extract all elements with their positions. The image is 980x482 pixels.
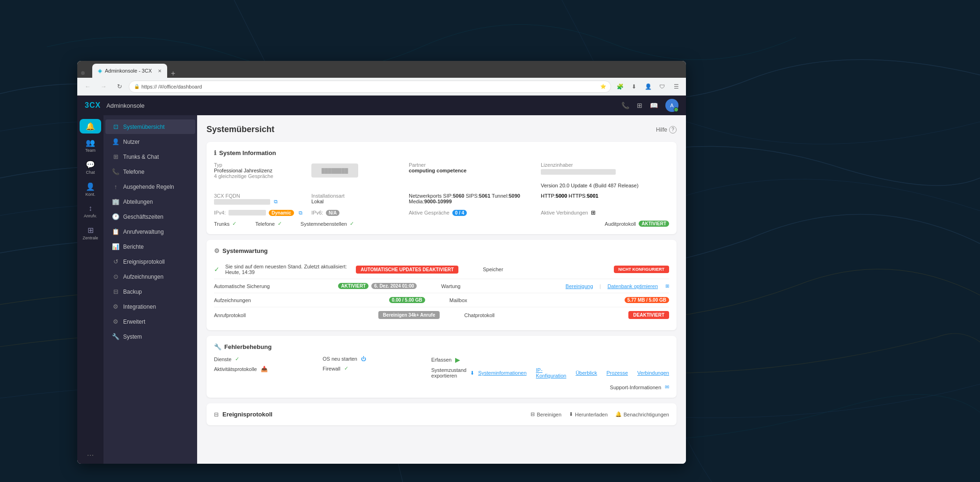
aktivitaet-icon[interactable]: 📥 [261,366,268,372]
nav-item-nutzer[interactable]: 👤 Nutzer [105,134,195,149]
fehlerbehebung-title: Fehlerbehebung [224,343,272,350]
system-info-header: ℹ System Information [214,149,669,156]
auto-backup-date: 6. Dez. 2024 01:00 [371,283,417,289]
media-value: 9000-10999 [424,199,452,204]
nav-item-telefone[interactable]: 📞 Telefone [105,164,195,179]
active-conn-cell: Aktive Verbindungen ⊞ [541,209,669,216]
help-link[interactable]: Hilfe ? [656,126,677,133]
partner-value: computing competence [409,168,537,173]
nav-item-systemuebersicht[interactable]: ⊡ Systemübersicht [105,119,195,134]
sidebar-item-notifications[interactable]: 🔔 [80,119,101,133]
fqdn-copy-icon[interactable]: ⧉ [274,199,278,205]
nav-icon-ausgehende: ↑ [112,183,119,190]
nav-label-nutzer: Nutzer [123,139,140,145]
bereinigen-label: Bereinigen [537,412,561,417]
ipv4-copy-icon[interactable]: ⧉ [299,210,302,216]
nav-item-system[interactable]: 🔧 System [105,329,195,344]
sidebar-more-button[interactable]: ··· [87,450,94,460]
calllog-button[interactable]: Bereinigen 34k+ Anrufe [378,311,440,319]
nav-item-aufzeichnungen[interactable]: ⊙ Aufzeichnungen [105,269,195,284]
nav-icon-telefone: 📞 [112,168,119,175]
logo-cell: ████████ [311,162,405,179]
recordings-label: Aufzeichnungen [214,297,383,303]
power-icon[interactable]: ⏻ [361,356,366,362]
typ-cell: Typ Professional Jahreslizenz 4 gleichze… [214,162,308,179]
support-label: Support-Informationen [610,385,661,390]
nav-item-anrufverwaltung[interactable]: 📋 Anrufverwaltung [105,224,195,239]
speicher-badge: NICHT KONFIGURIERT [614,266,670,273]
nav-item-ereignisprotokoll[interactable]: ↺ Ereignisprotokoll [105,254,195,269]
os-restart-item: OS neu starten ⏻ [323,356,426,362]
auto-updates-button[interactable]: AUTOMATISCHE UPDATES DEAKTIVIERT [356,266,458,274]
fehlerbehebung-header: 🔧 Fehlerbehebung [214,343,669,350]
forward-button[interactable]: → [97,80,110,93]
maintenance-title: Systemwartung [222,247,268,254]
help-icon: ? [669,126,677,133]
nav-item-berichte[interactable]: 📊 Berichte [105,239,195,254]
tab-favicon: ◈ [98,67,102,74]
dienste-item: Dienste ✓ [214,356,317,362]
aktivitaet-label: Aktivitätsprotokolle [214,366,257,372]
active-conn-label: Aktive Verbindungen [541,210,588,215]
benachrichtigungen-button[interactable]: 🔔 Benachrichtigungen [615,411,669,417]
nav-icon-anrufverwaltung: 📋 [112,228,119,235]
browser-toolbar-icons: 🧩 ⬇ 👤 🛡 ☰ [614,81,682,93]
shield-button[interactable]: 🛡 [656,81,668,93]
sidebar-item-team[interactable]: 👥 Team [80,135,101,156]
https-value: 5001 [587,193,598,199]
sidebar-item-contacts[interactable]: 👤 Kont. [80,179,101,200]
nav-item-ausgehende-regeln[interactable]: ↑ Ausgehende Regeln [105,179,195,194]
mailbox-value: 5.77 MB / 5.00 GB [625,297,669,303]
lizenz-blurred [541,169,616,175]
install-value: Lokal [311,199,405,204]
calllog-label: Anrufprotokoll [214,312,373,318]
download-button[interactable]: ⬇ [628,81,640,93]
settings-button[interactable]: ☰ [670,81,682,93]
nav-item-abteilungen[interactable]: 🏢 Abteilungen [105,194,195,209]
sidebar-item-rules[interactable]: ↕ Anrufv. [80,201,101,221]
nav-icon-ereignis: ↺ [112,258,119,265]
profile-button[interactable]: 👤 [642,81,654,93]
systeminfo-link[interactable]: Systeminformationen [478,370,526,376]
extensions-button[interactable]: 🧩 [614,81,626,93]
new-tab-button[interactable]: + [167,69,179,78]
db-optimieren-link[interactable]: Datenbank optimieren [607,283,658,289]
back-button[interactable]: ← [81,80,94,93]
nav-label-berichte: Berichte [123,244,144,250]
grid-icon[interactable]: ⊞ [637,102,642,109]
nav-item-backup[interactable]: ⊟ Backup [105,284,195,299]
bereinigung-link[interactable]: Bereinigung [566,283,593,289]
chat-icon: 💬 [86,160,95,169]
fehlerbehebung-card: 🔧 Fehlerbehebung Dienste ✓ Aktivitätspro… [206,336,677,398]
phone-icon[interactable]: 📞 [621,102,629,109]
bereinigen-button[interactable]: ⊟ Bereinigen [531,411,561,417]
nav-item-geschaeftszeiten[interactable]: 🕐 Geschäftszeiten [105,209,195,224]
address-bar[interactable]: 🔒 https:// /#/office/dashboard ⭐ [129,81,611,93]
verbindungen-link[interactable]: Verbindungen [637,370,669,376]
browser-tab-active[interactable]: ◈ Adminkonsole - 3CX ✕ [92,64,167,78]
play-icon[interactable]: ▶ [455,356,460,363]
sidebar-item-chat[interactable]: 💬 Chat [80,157,101,178]
herunterladen-button[interactable]: ⬇ Herunterladen [569,411,608,417]
email-icon[interactable]: ✉ [665,384,669,390]
benachrichtigungen-label: Benachrichtigungen [624,412,669,417]
sidebar-item-zentrale[interactable]: ⊞ Zentrale [80,223,101,243]
tab-close-button[interactable]: ✕ [158,68,162,74]
bell-icon: 🔔 [86,122,95,131]
browser-window: ◈ Adminkonsole - 3CX ✕ + ← → ↻ 🔒 https:/… [77,61,686,464]
user-avatar[interactable]: A [665,99,678,112]
ip-config-link[interactable]: IP-Konfiguration [536,367,567,378]
sips-value: 5061 [479,193,490,199]
nav-item-integrationen[interactable]: ⚙ Integrationen [105,299,195,314]
speicher-label: Speicher [483,267,608,272]
info-icon: ℹ [214,149,216,156]
prozesse-link[interactable]: Prozesse [606,370,628,376]
nav-item-trunks-chat[interactable]: ⊞ Trunks & Chat [105,149,195,164]
reload-button[interactable]: ↻ [113,80,126,93]
uberblick-link[interactable]: Überblick [575,370,597,376]
download-icon[interactable]: ⬇ [470,370,474,376]
book-icon[interactable]: 📖 [650,102,658,109]
nav-icon-erweitert: ⚙ [112,318,119,325]
nav-item-erweitert[interactable]: ⚙ Erweitert [105,314,195,329]
update-text: Sie sind auf dem neuesten Stand. Zuletzt… [225,264,350,275]
